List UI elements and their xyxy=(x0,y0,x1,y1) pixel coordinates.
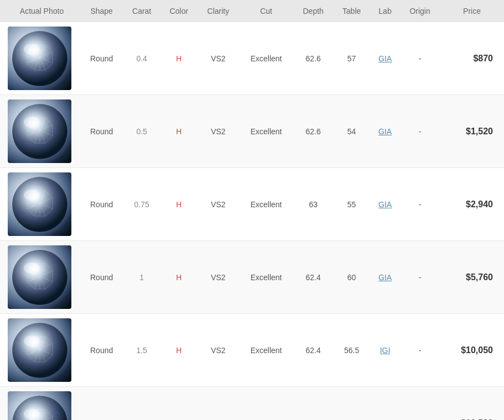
lab-cell[interactable]: GIA xyxy=(370,95,400,168)
cut-cell: Excellent xyxy=(239,387,293,421)
table-header-row: Actual Photo Shape Carat Color Clarity C… xyxy=(0,0,504,22)
color-cell: H xyxy=(160,241,198,314)
table-cell: 56.5 xyxy=(333,314,370,387)
diamond-image xyxy=(8,245,71,309)
clarity-cell: VS2 xyxy=(198,168,239,241)
origin-cell: - xyxy=(400,314,440,387)
price-cell: $870 xyxy=(440,22,504,95)
shape-cell: Round xyxy=(80,241,123,314)
table-row: Round1.5HVS2Excellent62.456.5IGI-$10,050 xyxy=(0,314,504,387)
diamond-image xyxy=(8,318,71,382)
table-row: Round2HVS2Excellent61.258GIA-$16,500 xyxy=(0,387,504,421)
header-lab: Lab xyxy=(370,0,400,22)
header-clarity: Clarity xyxy=(198,0,239,22)
lab-cell[interactable]: IGI xyxy=(370,314,400,387)
carat-cell: 1.5 xyxy=(123,314,160,387)
price-cell: $5,760 xyxy=(440,241,504,314)
shape-cell: Round xyxy=(80,314,123,387)
color-cell: H xyxy=(160,314,198,387)
photo-cell xyxy=(0,22,80,95)
diamond-image xyxy=(8,99,71,163)
carat-cell: 0.75 xyxy=(123,168,160,241)
cut-cell: Excellent xyxy=(239,314,293,387)
header-color: Color xyxy=(160,0,198,22)
photo-cell xyxy=(0,241,80,314)
depth-cell: 62.6 xyxy=(293,22,333,95)
table-cell: 57 xyxy=(333,22,370,95)
cut-cell: Excellent xyxy=(239,22,293,95)
header-cut: Cut xyxy=(239,0,293,22)
clarity-cell: VS2 xyxy=(198,241,239,314)
diamond-image xyxy=(8,172,71,236)
diamond-table-wrapper: Actual Photo Shape Carat Color Clarity C… xyxy=(0,0,504,420)
svg-point-83 xyxy=(24,262,39,274)
depth-cell: 63 xyxy=(293,168,333,241)
header-shape: Shape xyxy=(80,0,123,22)
table-cell: 60 xyxy=(333,241,370,314)
color-cell: H xyxy=(160,22,198,95)
diamond-table: Actual Photo Shape Carat Color Clarity C… xyxy=(0,0,504,420)
color-cell: H xyxy=(160,168,198,241)
cut-cell: Excellent xyxy=(239,168,293,241)
header-photo: Actual Photo xyxy=(0,0,80,22)
clarity-cell: VS2 xyxy=(198,314,239,387)
lab-cell[interactable]: GIA xyxy=(370,387,400,421)
origin-cell: - xyxy=(400,168,440,241)
diamond-image xyxy=(8,391,71,420)
color-cell: H xyxy=(160,387,198,421)
table-row: Round0.75HVS2Excellent6355GIA-$2,940 xyxy=(0,168,504,241)
clarity-cell: VS2 xyxy=(198,387,239,421)
photo-cell xyxy=(0,314,80,387)
header-origin: Origin xyxy=(400,0,440,22)
origin-cell: - xyxy=(400,241,440,314)
depth-cell: 62.4 xyxy=(293,241,333,314)
clarity-cell: VS2 xyxy=(198,22,239,95)
carat-cell: 0.4 xyxy=(123,22,160,95)
lab-cell[interactable]: GIA xyxy=(370,241,400,314)
lab-cell[interactable]: GIA xyxy=(370,22,400,95)
price-cell: $2,940 xyxy=(440,168,504,241)
table-cell: 54 xyxy=(333,95,370,168)
color-cell: H xyxy=(160,95,198,168)
photo-cell xyxy=(0,387,80,421)
photo-cell xyxy=(0,95,80,168)
table-cell: 58 xyxy=(333,387,370,421)
carat-cell: 0.5 xyxy=(123,95,160,168)
shape-cell: Round xyxy=(80,95,123,168)
shape-cell: Round xyxy=(80,22,123,95)
table-row: Round0.5HVS2Excellent62.654GIA-$1,520 xyxy=(0,95,504,168)
price-cell: $16,500 xyxy=(440,387,504,421)
table-cell: 55 xyxy=(333,168,370,241)
origin-cell: - xyxy=(400,22,440,95)
svg-point-125 xyxy=(24,408,39,419)
header-depth: Depth xyxy=(293,0,333,22)
depth-cell: 62.6 xyxy=(293,95,333,168)
svg-point-41 xyxy=(24,117,39,128)
svg-point-104 xyxy=(24,335,39,347)
clarity-cell: VS2 xyxy=(198,95,239,168)
diamond-image xyxy=(8,27,71,90)
shape-cell: Round xyxy=(80,168,123,241)
table-row: Round1HVS2Excellent62.460GIA-$5,760 xyxy=(0,241,504,314)
price-cell: $10,050 xyxy=(440,314,504,387)
svg-point-62 xyxy=(24,190,39,201)
header-carat: Carat xyxy=(123,0,160,22)
cut-cell: Excellent xyxy=(239,95,293,168)
origin-cell: - xyxy=(400,95,440,168)
photo-cell xyxy=(0,168,80,241)
price-cell: $1,520 xyxy=(440,95,504,168)
header-price: Price xyxy=(440,0,504,22)
origin-cell: - xyxy=(400,387,440,421)
carat-cell: 1 xyxy=(123,241,160,314)
carat-cell: 2 xyxy=(123,387,160,421)
cut-cell: Excellent xyxy=(239,241,293,314)
table-row: Round0.4HVS2Excellent62.657GIA-$870 xyxy=(0,22,504,95)
depth-cell: 62.4 xyxy=(293,314,333,387)
svg-point-20 xyxy=(24,44,39,55)
header-table: Table xyxy=(333,0,370,22)
shape-cell: Round xyxy=(80,387,123,421)
lab-cell[interactable]: GIA xyxy=(370,168,400,241)
depth-cell: 61.2 xyxy=(293,387,333,421)
